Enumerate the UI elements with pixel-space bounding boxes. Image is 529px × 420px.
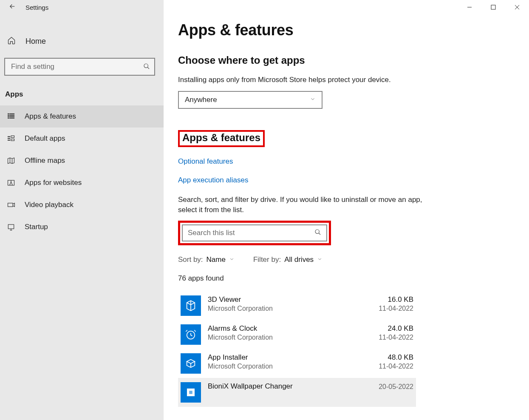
svg-rect-11	[8, 140, 10, 140]
svg-rect-2	[8, 115, 9, 116]
app-date: 11-04-2022	[371, 305, 413, 312]
apps-websites-icon	[6, 179, 16, 187]
chevron-down-icon	[310, 96, 316, 103]
app-icon-app-installer	[181, 353, 201, 374]
nav-startup[interactable]: Startup	[0, 216, 164, 238]
nav-label: Video playback	[25, 201, 74, 209]
startup-icon	[6, 223, 16, 231]
nav-video-playback[interactable]: Video playback	[0, 194, 164, 216]
sort-value: Name	[207, 255, 226, 264]
page-title: Apps & features	[178, 21, 515, 39]
svg-rect-15	[8, 203, 13, 207]
app-row-3d-viewer[interactable]: 3D Viewer Microsoft Corporation 16.0 KB …	[178, 291, 416, 320]
nav-label: Apps for websites	[25, 179, 82, 187]
svg-rect-13	[11, 139, 14, 141]
default-apps-icon	[6, 134, 16, 143]
apps-features-icon	[6, 112, 16, 121]
nav-apps-websites[interactable]: Apps for websites	[0, 172, 164, 194]
find-setting-wrap	[4, 58, 155, 76]
offline-maps-icon	[6, 156, 16, 165]
window-title: Settings	[25, 4, 48, 11]
app-size: 24.0 KB	[371, 324, 413, 333]
app-date: 11-04-2022	[371, 334, 413, 341]
apps-features-section-highlight: Apps & features	[178, 130, 265, 147]
choose-apps-desc: Installing apps only from Microsoft Stor…	[178, 75, 424, 85]
svg-point-0	[144, 64, 148, 68]
search-list-box[interactable]	[182, 224, 327, 241]
svg-rect-17	[491, 5, 495, 9]
search-list-input[interactable]	[188, 229, 314, 237]
svg-rect-7	[10, 116, 14, 117]
filter-by-dropdown[interactable]: Filter by: All drives	[253, 255, 322, 264]
svg-rect-6	[10, 115, 14, 116]
minimize-button[interactable]	[458, 0, 481, 14]
app-date: 11-04-2022	[371, 363, 413, 370]
app-size: 48.0 KB	[371, 353, 413, 362]
svg-rect-16	[8, 224, 14, 229]
titlebar-left: Settings	[0, 0, 164, 17]
apps-features-section-title: Apps & features	[182, 132, 260, 144]
dropdown-value: Anywhere	[185, 96, 217, 104]
app-icon-alarms-clock	[181, 324, 201, 345]
video-playback-icon	[6, 201, 16, 209]
svg-point-18	[315, 230, 319, 233]
home-icon	[7, 36, 16, 47]
svg-rect-9	[8, 136, 10, 137]
app-publisher: Microsoft Corporation	[208, 305, 364, 312]
svg-rect-22	[189, 391, 192, 394]
sidebar: Settings Home Apps Apps & features Defau…	[0, 0, 164, 420]
app-icon-bionix	[181, 382, 201, 403]
nav-offline-maps[interactable]: Offline maps	[0, 150, 164, 172]
chevron-down-icon	[229, 255, 235, 264]
maximize-button[interactable]	[481, 0, 505, 14]
nav-label: Offline maps	[25, 156, 65, 165]
svg-rect-5	[10, 114, 14, 114]
apps-list-desc: Search, sort, and filter by drive. If yo…	[178, 195, 424, 215]
sort-filter-row: Sort by: Name Filter by: All drives	[178, 255, 515, 264]
close-button[interactable]	[505, 0, 529, 14]
app-publisher: Microsoft Corporation	[208, 334, 364, 341]
app-size: 16.0 KB	[371, 295, 413, 304]
app-name: BioniX Wallpaper Changer	[208, 382, 364, 391]
home-label: Home	[25, 37, 46, 46]
nav-label: Default apps	[25, 134, 65, 143]
svg-rect-12	[11, 136, 14, 137]
app-list: 3D Viewer Microsoft Corporation 16.0 KB …	[178, 291, 416, 407]
sort-by-dropdown[interactable]: Sort by: Name	[178, 255, 235, 264]
svg-rect-8	[10, 118, 14, 118]
back-button[interactable]	[8, 3, 16, 12]
home-nav[interactable]: Home	[0, 31, 164, 52]
app-row-alarms-clock[interactable]: Alarms & Clock Microsoft Corporation 24.…	[178, 320, 416, 349]
nav-apps-features[interactable]: Apps & features	[0, 105, 164, 128]
app-source-dropdown[interactable]: Anywhere	[178, 91, 322, 109]
filter-label: Filter by:	[253, 255, 281, 264]
search-list-highlight	[178, 221, 331, 245]
filter-value: All drives	[284, 255, 314, 264]
app-execution-aliases-link[interactable]: App execution aliases	[178, 176, 515, 184]
app-date: 20-05-2022	[371, 383, 413, 391]
optional-features-link[interactable]: Optional features	[178, 157, 515, 166]
content-scroll[interactable]: Apps & features Choose where to get apps…	[164, 0, 529, 420]
app-name: App Installer	[208, 353, 364, 362]
app-icon-3d-viewer	[181, 295, 201, 316]
app-name: Alarms & Clock	[208, 324, 364, 333]
choose-apps-title: Choose where to get apps	[178, 54, 515, 66]
chevron-down-icon	[317, 255, 322, 264]
search-icon	[314, 229, 321, 237]
search-icon	[143, 63, 150, 71]
nav-default-apps[interactable]: Default apps	[0, 128, 164, 150]
find-setting-box[interactable]	[4, 58, 155, 76]
svg-rect-10	[8, 138, 10, 139]
nav-label: Apps & features	[25, 112, 76, 121]
app-row-bionix[interactable]: BioniX Wallpaper Changer 20-05-2022	[178, 378, 416, 407]
main-area: Apps & features Choose where to get apps…	[164, 0, 529, 420]
svg-rect-1	[8, 114, 9, 114]
find-setting-input[interactable]	[11, 62, 143, 71]
app-name: 3D Viewer	[208, 295, 364, 304]
app-publisher: Microsoft Corporation	[208, 363, 364, 370]
sidebar-category-label: Apps	[5, 90, 164, 99]
svg-rect-4	[8, 118, 9, 118]
app-row-app-installer[interactable]: App Installer Microsoft Corporation 48.0…	[178, 349, 416, 378]
nav-label: Startup	[25, 223, 48, 231]
svg-rect-3	[8, 116, 9, 117]
